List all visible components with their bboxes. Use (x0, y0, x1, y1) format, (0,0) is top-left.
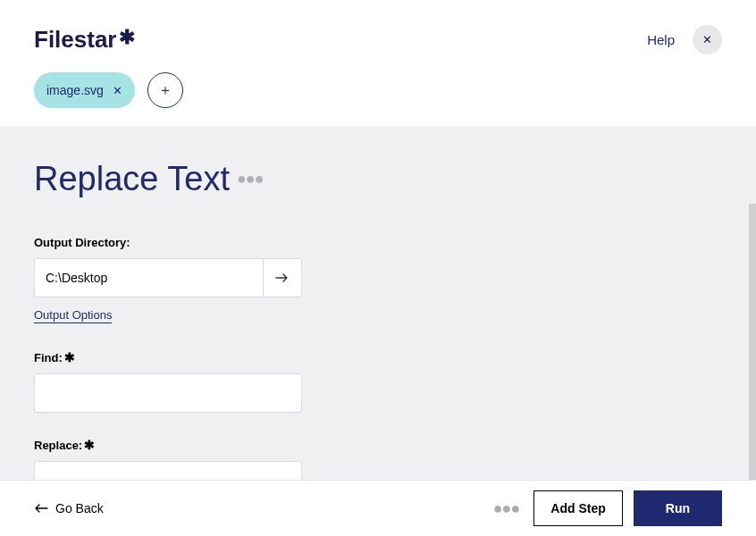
logo-star-icon: ✱ (119, 26, 135, 49)
find-input[interactable] (34, 373, 302, 413)
file-chip[interactable]: image.svg ✕ (34, 72, 135, 108)
output-options-link[interactable]: Output Options (34, 308, 112, 323)
arrow-left-icon (34, 503, 48, 514)
output-directory-input[interactable] (34, 258, 263, 297)
logo-text: Filestar (34, 26, 117, 54)
close-button[interactable]: ✕ (693, 25, 722, 54)
required-star-icon: ✱ (84, 438, 95, 452)
help-link[interactable]: Help (647, 32, 675, 47)
close-icon: ✕ (702, 33, 712, 46)
footer-menu-icon[interactable]: ●●● (493, 499, 520, 518)
output-directory-label: Output Directory: (34, 236, 302, 249)
file-chip-label: image.svg (46, 83, 104, 97)
find-label: Find: ✱ (34, 350, 302, 364)
add-file-button[interactable]: ＋ (147, 72, 183, 108)
page-title: Replace Text (34, 160, 230, 198)
run-button[interactable]: Run (634, 490, 722, 526)
replace-label: Replace: ✱ (34, 438, 302, 452)
go-back-label: Go Back (55, 501, 104, 515)
file-chip-remove-icon[interactable]: ✕ (113, 84, 122, 97)
plus-icon: ＋ (158, 81, 172, 100)
go-back-button[interactable]: Go Back (34, 501, 104, 515)
output-directory-browse-button[interactable] (263, 258, 302, 297)
app-logo: Filestar ✱ (34, 26, 135, 54)
title-menu-icon[interactable]: ●●● (237, 170, 264, 188)
arrow-right-icon (275, 272, 290, 284)
add-step-button[interactable]: Add Step (533, 490, 622, 526)
scrollbar[interactable] (749, 204, 756, 482)
required-star-icon: ✱ (64, 350, 75, 364)
